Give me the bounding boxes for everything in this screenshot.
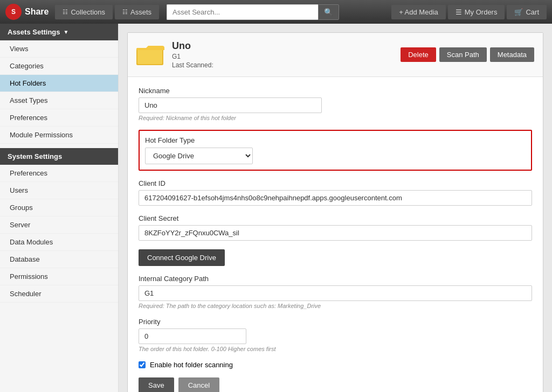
hot-folder-type-select[interactable]: Local Google Drive Dropbox S3 bbox=[145, 148, 253, 164]
search-wrap: 🔍 bbox=[167, 4, 339, 20]
sidebar-item-server[interactable]: Server bbox=[0, 216, 118, 234]
add-media-button[interactable]: + Add Media bbox=[391, 5, 446, 19]
internal-category-path-group: Internal Category Path Required: The pat… bbox=[139, 275, 532, 309]
client-secret-group: Client Secret bbox=[139, 214, 532, 241]
scan-path-button[interactable]: Scan Path bbox=[439, 47, 487, 62]
sidebar-item-views[interactable]: Views bbox=[0, 40, 118, 58]
svg-rect-2 bbox=[137, 49, 162, 64]
folder-name: Uno bbox=[172, 40, 393, 52]
folder-actions: Delete Scan Path Metadata bbox=[401, 47, 534, 62]
assets-button[interactable]: ☷ Assets bbox=[115, 5, 159, 19]
assets-icon: ☷ bbox=[122, 9, 128, 16]
enable-scanning-label: Enable hot folder scanning bbox=[150, 361, 233, 369]
sidebar-item-hot-folders[interactable]: Hot Folders bbox=[0, 75, 118, 92]
collections-button[interactable]: ☷ Collections bbox=[55, 5, 113, 19]
my-orders-label: My Orders bbox=[465, 8, 498, 16]
enable-scanning-checkbox[interactable] bbox=[139, 361, 146, 368]
sidebar-item-database[interactable]: Database bbox=[0, 251, 118, 268]
sidebar: Assets Settings ▼ Views Categories Hot F… bbox=[0, 24, 119, 392]
sidebar-item-preferences-assets[interactable]: Preferences bbox=[0, 109, 118, 127]
nickname-group: Nickname Required: Nickname of this hot … bbox=[139, 87, 532, 121]
form-body: Nickname Required: Nickname of this hot … bbox=[128, 77, 543, 392]
top-right-buttons: + Add Media ☰ My Orders 🛒 Cart bbox=[391, 5, 547, 19]
search-input[interactable] bbox=[167, 4, 318, 20]
my-orders-button[interactable]: ☰ My Orders bbox=[448, 5, 505, 19]
main-content: Uno G1 Last Scanned: Delete Scan Path Me… bbox=[119, 24, 552, 392]
client-secret-input[interactable] bbox=[139, 225, 532, 241]
sidebar-item-module-permissions[interactable]: Module Permissions bbox=[0, 127, 118, 144]
collections-icon: ☷ bbox=[63, 9, 68, 16]
priority-group: Priority The order of this hot folder. 0… bbox=[139, 318, 532, 352]
cancel-button[interactable]: Cancel bbox=[178, 377, 219, 392]
sidebar-item-data-modules[interactable]: Data Modules bbox=[0, 234, 118, 251]
cart-button[interactable]: 🛒 Cart bbox=[507, 5, 547, 19]
delete-button[interactable]: Delete bbox=[401, 47, 436, 62]
folder-g1: G1 bbox=[172, 53, 393, 60]
cart-icon: 🛒 bbox=[514, 8, 523, 16]
system-settings-header[interactable]: System Settings bbox=[0, 148, 118, 165]
form-actions: Save Cancel bbox=[139, 377, 532, 392]
hot-folder-type-label: Hot Folder Type bbox=[145, 136, 526, 144]
sidebar-item-permissions[interactable]: Permissions bbox=[0, 268, 118, 285]
sidebar-divider bbox=[0, 144, 118, 148]
content-card: Uno G1 Last Scanned: Delete Scan Path Me… bbox=[127, 32, 543, 392]
save-button[interactable]: Save bbox=[139, 377, 174, 392]
client-id-input[interactable] bbox=[139, 190, 532, 206]
priority-hint: The order of this hot folder. 0-100 High… bbox=[139, 346, 532, 352]
connect-google-drive-button[interactable]: Connect Google Drive bbox=[139, 249, 225, 266]
nickname-label: Nickname bbox=[139, 87, 532, 95]
hot-folder-type-box: Hot Folder Type Local Google Drive Dropb… bbox=[139, 130, 532, 171]
priority-input[interactable] bbox=[139, 328, 246, 344]
folder-last-scanned: Last Scanned: bbox=[172, 61, 393, 69]
priority-label: Priority bbox=[139, 318, 532, 326]
sidebar-item-groups[interactable]: Groups bbox=[0, 199, 118, 216]
system-settings-label: System Settings bbox=[8, 152, 62, 160]
sidebar-item-preferences-system[interactable]: Preferences bbox=[0, 165, 118, 182]
client-secret-label: Client Secret bbox=[139, 214, 532, 222]
folder-icon bbox=[136, 44, 164, 66]
logo-icon: S bbox=[5, 4, 22, 20]
top-bar: S Share ☷ Collections ☷ Assets 🔍 + Add M… bbox=[0, 0, 552, 24]
assets-settings-label: Assets Settings bbox=[8, 28, 60, 36]
assets-settings-header[interactable]: Assets Settings ▼ bbox=[0, 24, 118, 40]
folder-header: Uno G1 Last Scanned: Delete Scan Path Me… bbox=[128, 33, 543, 77]
sidebar-item-scheduler[interactable]: Scheduler bbox=[0, 285, 118, 303]
folder-info: Uno G1 Last Scanned: bbox=[172, 40, 393, 69]
metadata-button[interactable]: Metadata bbox=[490, 47, 534, 62]
client-id-label: Client ID bbox=[139, 179, 532, 187]
internal-category-path-label: Internal Category Path bbox=[139, 275, 532, 283]
internal-category-path-hint: Required: The path to the category locat… bbox=[139, 303, 532, 309]
sidebar-item-users[interactable]: Users bbox=[0, 182, 118, 199]
collections-label: Collections bbox=[71, 8, 105, 16]
assets-label: Assets bbox=[130, 8, 151, 16]
logo: S Share bbox=[5, 4, 49, 20]
nickname-input[interactable] bbox=[139, 97, 322, 113]
client-id-group: Client ID bbox=[139, 179, 532, 206]
layout: Assets Settings ▼ Views Categories Hot F… bbox=[0, 24, 552, 392]
logo-text: Share bbox=[25, 7, 49, 17]
orders-icon: ☰ bbox=[456, 8, 462, 16]
cart-label: Cart bbox=[526, 8, 539, 16]
internal-category-path-input[interactable] bbox=[139, 285, 532, 301]
assets-settings-arrow: ▼ bbox=[64, 29, 69, 35]
enable-scanning-row: Enable hot folder scanning bbox=[139, 361, 532, 369]
search-button[interactable]: 🔍 bbox=[318, 4, 339, 20]
sidebar-item-categories[interactable]: Categories bbox=[0, 58, 118, 75]
add-media-label: + Add Media bbox=[399, 8, 438, 16]
nickname-hint: Required: Nickname of this hot folder bbox=[139, 115, 532, 121]
sidebar-item-asset-types[interactable]: Asset Types bbox=[0, 92, 118, 109]
